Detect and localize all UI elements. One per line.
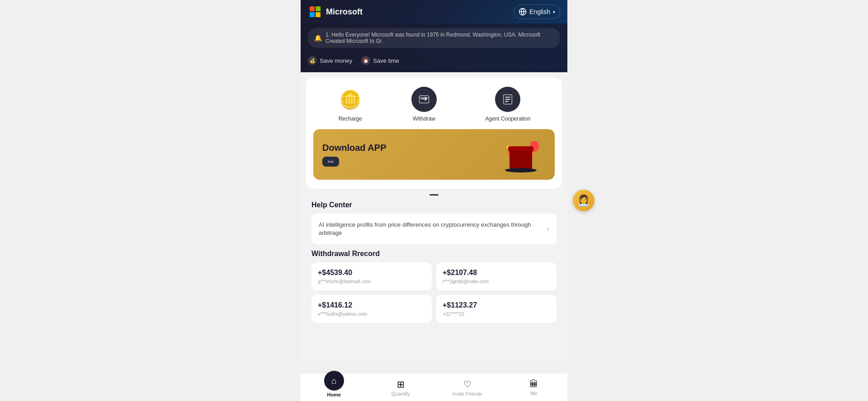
download-image: ✦ <box>496 136 546 173</box>
save-time-icon: ⏰ <box>361 56 370 65</box>
agent-icon <box>501 93 514 106</box>
withdrawal-amount-1: +$2107.48 <box>443 269 550 277</box>
withdrawal-amount-3: +$1123.27 <box>443 301 550 309</box>
agent-cooperation-action[interactable]: Agent Cooperation <box>485 87 530 122</box>
feature-save-money: 💰 Save money <box>308 56 352 65</box>
download-app-title: Download APP <box>322 143 386 153</box>
help-center-text: AI intelligence profits from price diffe… <box>319 221 547 237</box>
logo-text: Microsoft <box>326 7 363 17</box>
header: Microsoft English ▾ <box>301 0 567 23</box>
logo-area: Microsoft <box>308 5 363 19</box>
recharge-icon-wrap: 🪙 <box>338 87 363 112</box>
agent-icon-wrap <box>495 87 520 112</box>
withdrawal-card-0: +$4539.40 g***e6chr@hotmail.com <box>311 262 432 290</box>
app-container: Microsoft English ▾ 🔔 1. Hello Everyone!… <box>301 0 567 401</box>
arrow-right-icon: › <box>547 225 549 233</box>
gift-visual: ✦ <box>500 141 541 173</box>
home-icon: ⌂ <box>331 376 337 386</box>
actions-card: 🪙 Recharge Withdraw <box>306 78 562 189</box>
nav-quantify-label: Quantify <box>392 391 410 396</box>
nav-me-label: Me <box>531 391 538 396</box>
language-selector[interactable]: English ▾ <box>514 5 560 19</box>
withdrawal-card-1: +$2107.48 l***3gmtb@nate.com <box>436 262 557 290</box>
nav-me[interactable]: 🏛 Me <box>501 377 568 399</box>
withdraw-label: Withdraw <box>413 116 435 122</box>
save-money-icon: 💰 <box>308 56 317 65</box>
support-avatar-icon: 👩‍💼 <box>573 190 594 211</box>
bell-icon: 🔔 <box>314 34 322 42</box>
help-center-item[interactable]: AI intelligence profits from price diffe… <box>311 214 557 244</box>
quick-actions: 🪙 Recharge Withdraw <box>313 87 555 122</box>
main-content: 🪙 Recharge Withdraw <box>301 72 567 365</box>
nav-quantify[interactable]: ⊞ Quantify <box>368 377 434 399</box>
nav-home-label: Home <box>327 392 341 397</box>
withdrawal-card-3: +$1123.27 +22****15 <box>436 295 557 323</box>
download-left: Download APP ≈≈ <box>322 143 386 167</box>
globe-icon <box>519 8 527 16</box>
support-button[interactable]: 👩‍💼 <box>573 190 594 211</box>
withdrawal-email-1: l***3gmtb@nate.com <box>443 279 550 284</box>
withdrawal-grid: +$4539.40 g***e6chr@hotmail.com +$2107.4… <box>311 262 557 323</box>
download-banner[interactable]: Download APP ≈≈ ✦ <box>313 129 555 180</box>
withdraw-icon <box>418 93 430 106</box>
help-center-section: Help Center AI intelligence profits from… <box>306 201 562 244</box>
feature-row: 💰 Save money ⏰ Save time <box>301 52 567 72</box>
recharge-action[interactable]: 🪙 Recharge <box>338 87 363 122</box>
download-badge: ≈≈ <box>322 157 339 167</box>
svg-rect-1 <box>419 96 429 103</box>
withdrawal-title: Withdrawal Rrecord <box>311 250 557 258</box>
language-label: English <box>529 8 550 15</box>
withdrawal-email-2: x***hsi6x@yahoo.com <box>318 311 425 317</box>
agent-label: Agent Cooperation <box>485 116 530 122</box>
withdrawal-amount-0: +$4539.40 <box>318 269 425 277</box>
gift-base <box>505 168 537 173</box>
withdrawal-section: Withdrawal Rrecord +$4539.40 g***e6chr@h… <box>306 250 562 323</box>
nav-home[interactable]: ⌂ Home <box>301 377 368 399</box>
withdrawal-card-2: +$1416.12 x***hsi6x@yahoo.com <box>311 295 432 323</box>
announcement-inner: 🔔 1. Hello Everyone! Microsoft was found… <box>308 28 560 48</box>
home-icon-wrap: ⌂ <box>324 371 344 391</box>
feature-save-time: ⏰ Save time <box>361 56 399 65</box>
announcement-bar: 🔔 1. Hello Everyone! Microsoft was found… <box>301 23 567 52</box>
nav-invite-label: Invite Friends <box>453 391 482 396</box>
help-center-title: Help Center <box>311 201 557 209</box>
quantify-icon: ⊞ <box>397 379 405 390</box>
nav-invite[interactable]: ♡ Invite Friends <box>434 377 501 399</box>
withdraw-action[interactable]: Withdraw <box>411 87 437 122</box>
withdrawal-email-3: +22****15 <box>443 311 550 317</box>
gift-box <box>509 151 532 169</box>
withdrawal-email-0: g***e6chr@hotmail.com <box>318 279 425 284</box>
announcement-text: 1. Hello Everyone! Microsoft was found i… <box>326 32 554 44</box>
active-dot <box>429 194 439 196</box>
pagination <box>306 194 562 196</box>
bottom-nav: ⌂ Home ⊞ Quantify ♡ Invite Friends 🏛 Me <box>301 373 567 401</box>
badge-icon: ≈≈ <box>328 159 334 165</box>
invite-icon: ♡ <box>463 379 472 390</box>
withdrawal-amount-2: +$1416.12 <box>318 301 425 309</box>
me-icon: 🏛 <box>529 379 538 389</box>
withdraw-icon-wrap <box>411 87 437 112</box>
chevron-down-icon: ▾ <box>553 9 555 14</box>
recharge-icon: 🪙 <box>339 89 362 110</box>
microsoft-logo-icon <box>308 5 322 19</box>
recharge-label: Recharge <box>339 116 362 122</box>
save-money-label: Save money <box>320 57 352 64</box>
save-time-label: Save time <box>373 57 399 64</box>
